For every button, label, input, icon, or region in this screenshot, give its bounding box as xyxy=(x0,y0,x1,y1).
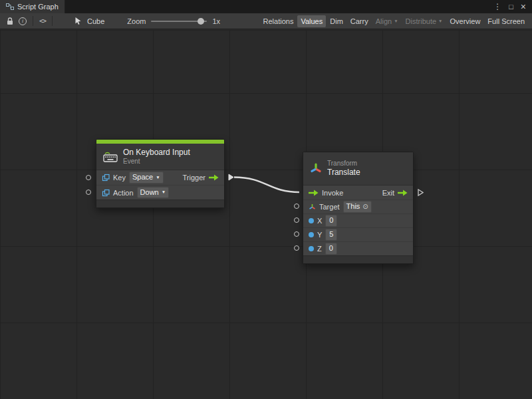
chevron-down-icon: ▼ xyxy=(394,19,398,23)
fullscreen-button[interactable]: Full Screen xyxy=(484,15,528,27)
overview-button[interactable]: Overview xyxy=(447,15,484,27)
y-value-field[interactable]: 5 xyxy=(325,229,337,241)
graph-target-name: Cube xyxy=(87,17,104,25)
distribute-button[interactable]: Distribute ▼ xyxy=(402,15,446,27)
target-input-port[interactable] xyxy=(294,203,299,209)
node-on-keyboard-input[interactable]: On Keyboard Input Event Key Space ▼ Trig… xyxy=(96,139,225,208)
toolbar-buttons: Relations Values Dim Carry Align ▼ Distr… xyxy=(260,15,528,27)
node-header: On Keyboard Input Event xyxy=(96,144,224,170)
values-button[interactable]: Values xyxy=(297,15,326,27)
y-label: Y xyxy=(317,231,322,239)
x-input-port[interactable] xyxy=(294,217,299,223)
node-subtitle: Event xyxy=(123,158,190,166)
axis-icon xyxy=(309,203,316,211)
zoom-slider-handle[interactable] xyxy=(198,18,204,25)
toolbar-divider xyxy=(52,16,53,26)
align-button[interactable]: Align ▼ xyxy=(372,15,402,27)
node-category: Transform xyxy=(327,160,360,168)
exit-label: Exit xyxy=(382,189,394,197)
action-label: Action xyxy=(113,189,134,197)
float-port-icon xyxy=(309,246,314,251)
title-bar: Script Graph ⋮ □ × xyxy=(0,0,532,13)
zoom-label: Zoom xyxy=(127,17,146,25)
enum-port-icon xyxy=(102,189,110,197)
trigger-output-port[interactable] xyxy=(228,174,234,181)
enum-port-icon xyxy=(102,174,110,182)
info-icon[interactable]: i xyxy=(16,17,29,25)
graph-canvas[interactable] xyxy=(0,30,532,399)
toolbar-divider xyxy=(33,16,33,26)
node-header: Transform Translate xyxy=(303,152,413,186)
key-input-port[interactable] xyxy=(86,175,91,180)
action-dropdown[interactable]: Down ▼ xyxy=(137,187,170,199)
z-input-port[interactable] xyxy=(294,245,299,251)
y-input-port[interactable] xyxy=(294,231,299,237)
exit-output-port[interactable] xyxy=(418,189,424,196)
trigger-label: Trigger xyxy=(183,174,205,182)
exit-flow-arrow-icon[interactable] xyxy=(398,190,408,196)
target-row: Target This ⊙ xyxy=(303,200,413,213)
target-label: Target xyxy=(319,203,340,211)
code-view-icon[interactable]: <> xyxy=(37,17,49,25)
z-value-field[interactable]: 0 xyxy=(325,243,337,255)
maximize-icon[interactable]: □ xyxy=(509,3,513,11)
target-object-field[interactable]: This ⊙ xyxy=(343,201,372,213)
x-value-field[interactable]: 0 xyxy=(325,215,337,227)
invoke-label: Invoke xyxy=(322,189,343,197)
z-row: Z 0 xyxy=(303,241,413,255)
invoke-flow-arrow-icon[interactable] xyxy=(309,190,319,196)
z-label: Z xyxy=(317,245,322,253)
zoom-slider[interactable] xyxy=(151,21,207,22)
transform-icon xyxy=(310,162,322,175)
y-row: Y 5 xyxy=(303,227,413,241)
key-row: Key Space ▼ Trigger xyxy=(96,170,224,185)
lock-icon[interactable] xyxy=(4,17,16,25)
tab-script-graph[interactable]: Script Graph xyxy=(0,0,65,13)
action-input-port[interactable] xyxy=(86,190,91,195)
node-footer xyxy=(96,200,224,207)
action-row: Action Down ▼ xyxy=(96,185,224,200)
node-title: On Keyboard Input xyxy=(123,148,190,157)
node-transform-translate[interactable]: Transform Translate Invoke Exit Target T… xyxy=(303,152,414,264)
tab-title: Script Graph xyxy=(17,3,59,11)
carry-button[interactable]: Carry xyxy=(347,15,372,27)
close-icon[interactable]: × xyxy=(521,2,526,11)
float-port-icon xyxy=(309,218,314,223)
keyboard-icon xyxy=(103,151,118,162)
graph-toolbar: i <> Cube Zoom 1x Relations Values Dim C… xyxy=(0,13,532,29)
window-menu-icon[interactable]: ⋮ xyxy=(493,3,501,11)
object-picker-icon[interactable]: ⊙ xyxy=(362,203,368,211)
key-label: Key xyxy=(113,174,126,182)
chevron-down-icon: ▼ xyxy=(438,19,442,23)
key-dropdown[interactable]: Space ▼ xyxy=(129,172,164,184)
window-controls: ⋮ □ × xyxy=(487,0,532,13)
cursor-icon xyxy=(72,17,84,25)
graph-icon xyxy=(6,3,14,10)
node-footer xyxy=(303,255,413,263)
x-row: X 0 xyxy=(303,213,413,227)
x-label: X xyxy=(317,217,322,225)
float-port-icon xyxy=(309,232,314,237)
chevron-down-icon: ▼ xyxy=(156,175,160,180)
zoom-value: 1x xyxy=(212,17,220,25)
relations-button[interactable]: Relations xyxy=(260,15,297,27)
invoke-row: Invoke Exit xyxy=(303,186,413,200)
node-title: Translate xyxy=(327,168,360,177)
trigger-flow-arrow-icon xyxy=(209,174,219,181)
dim-button[interactable]: Dim xyxy=(327,15,346,27)
chevron-down-icon: ▼ xyxy=(162,190,166,194)
